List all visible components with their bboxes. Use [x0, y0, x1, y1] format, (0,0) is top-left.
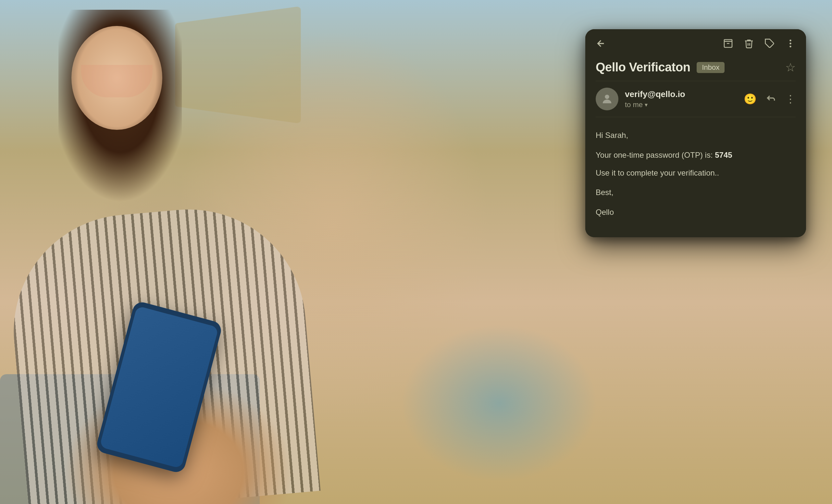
furniture-bg [175, 6, 301, 124]
email-header: Qello Verificaton Inbox ☆ [585, 55, 806, 81]
email-sign-off: Best, [596, 186, 796, 199]
chevron-down-icon: ▾ [645, 101, 648, 108]
email-sender-row: verify@qello.io to me ▾ 🙂 ⋮ [585, 81, 806, 117]
svg-point-3 [789, 43, 791, 44]
svg-point-2 [789, 39, 791, 41]
sender-info: verify@qello.io to me ▾ [625, 89, 737, 109]
email-otp-line: Your one-time password (OTP) is: 5745 [596, 149, 796, 162]
email-toolbar [585, 29, 806, 55]
delete-button[interactable] [744, 38, 754, 49]
toolbar-left [596, 38, 606, 49]
sender-actions: 🙂 ⋮ [744, 93, 796, 105]
email-greeting: Hi Sarah, [596, 129, 796, 142]
email-body: Hi Sarah, Your one-time password (OTP) i… [585, 117, 806, 237]
otp-prefix: Your one-time password (OTP) is: [596, 151, 715, 159]
svg-point-5 [605, 95, 609, 99]
inbox-badge: Inbox [697, 62, 725, 73]
email-subject: Qello Verificaton [596, 60, 690, 74]
email-signature: Qello [596, 206, 796, 219]
email-subject-area: Qello Verificaton Inbox [596, 60, 725, 74]
star-button[interactable]: ☆ [785, 61, 796, 74]
back-button[interactable] [596, 38, 606, 49]
email-more-button[interactable]: ⋮ [785, 93, 796, 105]
sender-avatar [596, 88, 618, 110]
svg-point-4 [789, 46, 791, 47]
email-instruction: Use it to complete your verification.. [596, 166, 796, 180]
toolbar-right [723, 38, 796, 49]
sender-to-me[interactable]: to me ▾ [625, 101, 737, 109]
label-button[interactable] [764, 38, 775, 49]
svg-rect-0 [724, 39, 732, 41]
archive-button[interactable] [723, 38, 733, 49]
otp-code: 5745 [715, 151, 732, 159]
email-card: Qello Verificaton Inbox ☆ verify@qello.i… [585, 29, 806, 237]
more-options-button[interactable] [785, 38, 796, 49]
reply-button[interactable] [766, 93, 776, 105]
emoji-react-button[interactable]: 🙂 [744, 93, 757, 105]
sender-email-address: verify@qello.io [625, 89, 737, 99]
